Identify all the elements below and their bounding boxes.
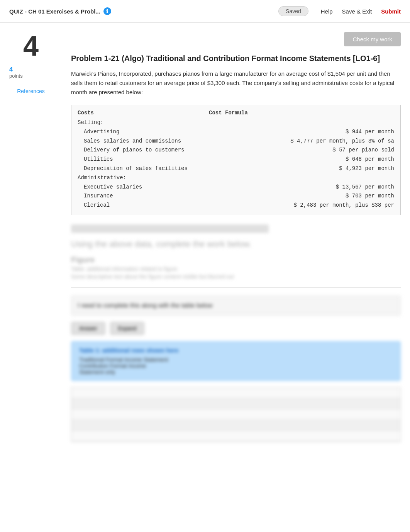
cost-formula: $ 703 per month — [209, 192, 394, 201]
table-header: Costs Cost Formula — [78, 110, 394, 116]
save-exit-link[interactable]: Save & Exit — [342, 8, 372, 15]
cost-label: Advertising — [78, 127, 209, 137]
problem-text: Marwick's Pianos, Incorporated, purchase… — [71, 69, 401, 97]
header-costs: Costs — [78, 110, 209, 116]
cost-row: Advertising$ 944 per month — [78, 127, 394, 137]
saved-badge: Saved — [278, 6, 308, 16]
cost-formula: $ 13,567 per month — [209, 183, 394, 192]
cost-formula: $ 4,923 per month — [209, 164, 394, 173]
question-number: 4 — [23, 32, 39, 60]
cost-formula — [209, 118, 394, 127]
cost-label: Depreciation of sales facilities — [78, 164, 209, 173]
cost-formula: $ 2,483 per month, plus $38 per — [209, 201, 394, 210]
header-nav: Help Save & Exit Submit — [321, 8, 401, 15]
cost-row: Executive salaries$ 13,567 per month — [78, 183, 394, 192]
cost-formula: $ 944 per month — [209, 127, 394, 137]
cost-label: Executive salaries — [78, 183, 209, 192]
cost-row: Depreciation of sales facilities$ 4,923 … — [78, 164, 394, 173]
points-value: 4 — [9, 66, 56, 73]
cost-formula: $ 57 per piano sold — [209, 146, 394, 155]
question-prompt: I need to complete this along with the t… — [78, 302, 394, 309]
problem-title: Problem 1-21 (Algo) Traditional and Cont… — [71, 51, 401, 63]
bottom-blurred-table — [71, 387, 401, 442]
references-link[interactable]: References — [17, 88, 45, 94]
cost-row: Sales salaries and commissions$ 4,777 pe… — [78, 137, 394, 146]
cost-table: Costs Cost Formula Selling:Advertising$ … — [71, 105, 401, 215]
blue-section-content: Traditional Format Income Statement Cont… — [79, 357, 393, 375]
button-row: Answer Expand — [71, 322, 401, 335]
cost-label: Selling: — [78, 118, 209, 127]
cost-label: Utilities — [78, 155, 209, 164]
info-icon[interactable]: ℹ — [103, 7, 111, 15]
expand-button[interactable]: Expand — [110, 322, 144, 335]
help-link[interactable]: Help — [321, 8, 333, 15]
cost-rows: Selling:Advertising$ 944 per monthSales … — [78, 118, 394, 210]
cost-row: Administrative: — [78, 173, 394, 183]
quiz-title: QUIZ - CH 01 Exercises & Probl... — [9, 8, 100, 15]
cost-label: Insurance — [78, 192, 209, 201]
cost-row: Insurance$ 703 per month — [78, 192, 394, 201]
cost-label: Clerical — [78, 201, 209, 210]
cost-formula: $ 648 per month — [209, 155, 394, 164]
header: QUIZ - CH 01 Exercises & Probl... ℹ Save… — [0, 0, 410, 23]
cost-row: Selling: — [78, 118, 394, 127]
cost-row: Clerical$ 2,483 per month, plus $38 per — [78, 201, 394, 210]
blurred-table-rows — [71, 224, 401, 233]
cost-row: Delivery of pianos to customers$ 57 per … — [78, 146, 394, 155]
cost-row: Utilities$ 648 per month — [78, 155, 394, 164]
check-my-work-button[interactable]: Check my work — [344, 32, 401, 46]
main-container: 4 4 points References Check my work Prob… — [0, 23, 410, 451]
points-label: points — [9, 73, 56, 79]
question-input-area: I need to complete this along with the t… — [71, 296, 401, 316]
cost-label: Sales salaries and commissions — [78, 137, 209, 146]
blue-section-title: Table 1: additional rows shown here — [79, 347, 393, 354]
cost-formula — [209, 173, 394, 183]
points-section: 4 points — [6, 66, 56, 79]
blurred-figure: Figure Table: additional information rel… — [71, 255, 401, 280]
sidebar: 4 4 points References — [0, 32, 62, 442]
cost-formula: $ 4,777 per month, plus 3% of sa — [209, 137, 394, 146]
blurred-instruction-text: Using the above data, complete the work … — [71, 239, 401, 249]
section-divider — [71, 287, 401, 288]
answer-button[interactable]: Answer — [71, 322, 105, 335]
cost-label: Delivery of pianos to customers — [78, 146, 209, 155]
blue-section: Table 1: additional rows shown here Trad… — [71, 341, 401, 381]
content-area: Check my work Problem 1-21 (Algo) Tradit… — [62, 32, 410, 442]
submit-link[interactable]: Submit — [381, 8, 401, 15]
header-formula: Cost Formula — [209, 110, 394, 116]
cost-label: Administrative: — [78, 173, 209, 183]
